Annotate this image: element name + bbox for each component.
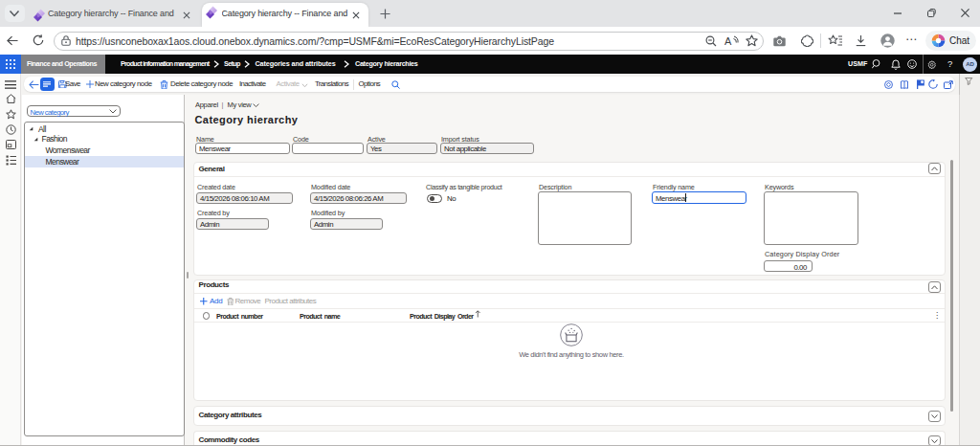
svg-text:A: A <box>724 35 732 47</box>
